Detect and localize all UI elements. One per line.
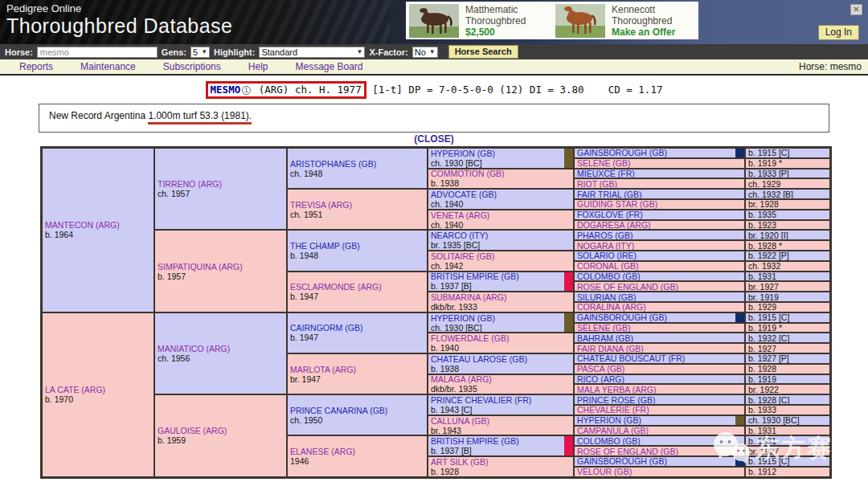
- horse-link[interactable]: CHATEAU BOUSCAUT (FR): [577, 353, 744, 363]
- horse-link[interactable]: ART SILK (GB): [431, 457, 573, 467]
- horse-link[interactable]: GUIDING STAR (GB): [577, 199, 744, 209]
- horse-search-button[interactable]: Horse Search: [448, 45, 518, 59]
- horse-link[interactable]: DOGARESA (ARG): [577, 220, 744, 230]
- horse-link[interactable]: HYPERION (GB): [431, 313, 573, 323]
- pedigree-cell: NOGARA (ITY): [574, 240, 745, 251]
- horse-year: b. 1935: [748, 210, 829, 219]
- nav-item-reports[interactable]: Reports: [19, 61, 53, 72]
- highlight-select[interactable]: Standard▼: [259, 47, 365, 58]
- nav-item-help[interactable]: Help: [248, 61, 268, 72]
- horse-link[interactable]: CAIRNGORM (GB): [290, 323, 427, 333]
- horse-link[interactable]: PASCA (GB): [577, 364, 744, 374]
- horse-link[interactable]: THE CHAMP (GB): [290, 241, 427, 251]
- ad-unit-1[interactable]: Matthematic Thoroughbred $2,500: [406, 2, 552, 39]
- horse-detail: ch. 1930 [BC]: [431, 323, 573, 333]
- horse-link[interactable]: SUBMARINA (ARG): [431, 292, 573, 302]
- close-link[interactable]: (CLOSE): [0, 133, 868, 145]
- horse-link[interactable]: BRITISH EMPIRE (GB): [431, 272, 573, 281]
- horse-link[interactable]: CORALINA (ARG): [577, 302, 744, 312]
- horse-link[interactable]: PRINCE CANARINA (GB): [290, 406, 427, 415]
- horse-link[interactable]: GAINSBOROUGH (GB): [577, 148, 744, 157]
- horse-link[interactable]: GAINSBOROUGH (GB): [577, 456, 744, 466]
- horse-link[interactable]: GAULOISE (ARG): [158, 426, 286, 435]
- current-horse-label: Horse: mesmo: [799, 61, 862, 72]
- annotation-box-red: MESMOi (ARG) ch. H. 1977: [206, 81, 366, 99]
- horse-detail: br. 1947: [290, 374, 427, 384]
- horse-link[interactable]: CHEVALERIE (FR): [577, 405, 744, 415]
- horse-link[interactable]: TREVISA (ARG): [290, 200, 427, 210]
- horse-search-input[interactable]: mesmo: [37, 47, 158, 58]
- pedigree-cell: GAINSBOROUGH (GB): [574, 456, 745, 467]
- horse-link[interactable]: SELENE (GB): [577, 158, 744, 168]
- horse-link[interactable]: SOLARIO (IRE): [577, 251, 744, 260]
- horse-link[interactable]: CAMPANULA (GB): [577, 426, 744, 435]
- horse-link[interactable]: MANTECON (ARG): [45, 220, 154, 230]
- horse-detail: b. 1928: [431, 467, 573, 476]
- pedigree-cell: ART SILK (GB)b. 1928: [428, 456, 574, 477]
- horse-year: b. 1928 [C]: [748, 395, 829, 405]
- xfactor-select[interactable]: No▼: [412, 47, 438, 58]
- horse-detail: b. 1940: [431, 343, 573, 353]
- horse-link[interactable]: PRINCE CHEVALIER (FR): [431, 395, 573, 405]
- horse-link[interactable]: MALA YERBA (ARG): [577, 385, 744, 394]
- close-ad-icon[interactable]: ✕: [850, 4, 862, 15]
- horse-link[interactable]: FAIR TRIAL (GB): [577, 190, 744, 199]
- horse-detail: b. 1938: [431, 178, 573, 188]
- horse-link[interactable]: SILURIAN (GB): [577, 292, 744, 302]
- horse-year-cell: b. 1915 [C]: [745, 456, 830, 467]
- horse-link[interactable]: LA CATE (ARG): [45, 385, 154, 394]
- horse-link[interactable]: ARISTOPHANES (GB): [290, 159, 427, 169]
- horse-link[interactable]: RIOT (GB): [577, 179, 744, 189]
- horse-link[interactable]: MANIATICO (ARG): [158, 344, 286, 353]
- horse-link[interactable]: ROSE OF ENGLAND (GB): [577, 447, 744, 456]
- horse-link[interactable]: SELENE (GB): [577, 323, 744, 333]
- chef-marker: [735, 457, 744, 466]
- horse-link[interactable]: COMMOTION (GB): [431, 169, 573, 178]
- info-icon[interactable]: i: [242, 86, 251, 95]
- page: Pedigree Online Thoroughbred Database Ma…: [0, 0, 868, 486]
- horse-link[interactable]: ADVOCATE (GB): [431, 190, 573, 199]
- gens-select[interactable]: 5▼: [190, 47, 210, 58]
- horse-link[interactable]: FLOWERDALE (GB): [431, 333, 573, 343]
- horse-link[interactable]: ROSE OF ENGLAND (GB): [577, 282, 744, 292]
- horse-link[interactable]: COLOMBO (GB): [577, 272, 744, 281]
- horse-link[interactable]: GAINSBOROUGH (GB): [577, 312, 744, 322]
- login-button[interactable]: Log In: [818, 25, 859, 40]
- pedigree-cell: HYPERION (GB)ch. 1930 [BC]: [428, 148, 574, 169]
- horse-link[interactable]: HYPERION (GB): [577, 415, 744, 425]
- horse-link[interactable]: ELANESE (ARG): [290, 447, 427, 456]
- horse-link[interactable]: HYPERION (GB): [431, 149, 573, 158]
- ad-unit-2[interactable]: Kennecott Thoroughbred Make an Offer: [552, 2, 698, 39]
- horse-link[interactable]: SIMPATIQUINA (ARG): [158, 262, 286, 272]
- logo-line2: Thoroughbred Database: [6, 14, 233, 38]
- horse-link[interactable]: SOLITAIRE (GB): [431, 251, 573, 261]
- horse-link[interactable]: VENETA (ARG): [431, 210, 573, 220]
- horse-link[interactable]: MARLOTA (ARG): [290, 365, 427, 374]
- horse-link[interactable]: CHATEAU LAROSE (GB): [431, 354, 573, 364]
- pedigree-cell: GUIDING STAR (GB): [574, 199, 745, 210]
- horse-link[interactable]: CORONAL (GB): [577, 261, 744, 271]
- horse-link[interactable]: TIRRENO (ARG): [158, 179, 286, 189]
- horse-link[interactable]: RICO (ARG): [577, 374, 744, 384]
- horse-detail: ch. 1956: [158, 353, 286, 363]
- horse-link[interactable]: PHAROS (GB): [577, 231, 744, 240]
- horse-link[interactable]: NOGARA (ITY): [577, 241, 744, 251]
- horse-link[interactable]: CALLUNA (GB): [431, 416, 573, 426]
- horse-link[interactable]: BRITISH EMPIRE (GB): [431, 436, 573, 446]
- horse-link[interactable]: NEARCO (ITY): [431, 231, 573, 240]
- horse-link[interactable]: BAHRAM (GB): [577, 333, 744, 343]
- horse-detail: br. 1935 [BC]: [431, 240, 573, 250]
- horse-link[interactable]: FAIR DIANA (GB): [577, 344, 744, 353]
- horse-link[interactable]: PRINCE ROSE (GB): [577, 395, 744, 405]
- nav-item-subscriptions[interactable]: Subscriptions: [163, 61, 221, 72]
- horse-link[interactable]: VELOUR (GB): [577, 467, 744, 476]
- horse-year: ch. 1932: [748, 261, 829, 271]
- horse-year: b. 1932 [C]: [748, 333, 829, 343]
- nav-item-message-board[interactable]: Message Board: [295, 61, 362, 72]
- horse-link[interactable]: COLOMBO (GB): [577, 436, 744, 446]
- horse-link[interactable]: ESCLARMONDE (ARG): [290, 282, 427, 292]
- horse-link[interactable]: MALAGA (ARG): [431, 374, 573, 384]
- nav-item-maintenance[interactable]: Maintenance: [80, 61, 136, 72]
- horse-link[interactable]: MIEUXCE (FR): [577, 169, 744, 178]
- horse-link[interactable]: FOXGLOVE (FR): [577, 210, 744, 219]
